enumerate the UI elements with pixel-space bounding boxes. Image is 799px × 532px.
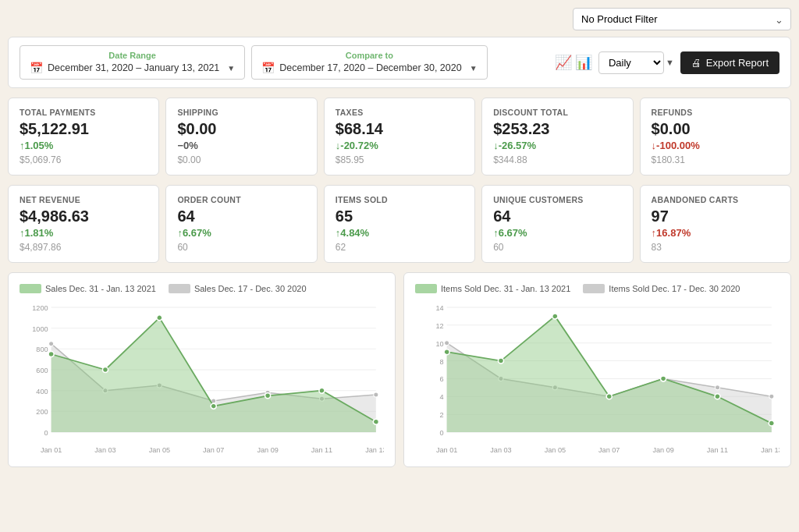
svg-text:Jan 05: Jan 05 [545, 446, 566, 454]
legend-item: Sales Dec. 31 - Jan. 13 2021 [20, 284, 156, 293]
export-icon: 🖨 [691, 57, 701, 69]
svg-text:Jan 11: Jan 11 [311, 446, 332, 454]
items-chart-area: 02468101214Jan 01Jan 03Jan 05Jan 07Jan 0… [415, 300, 779, 456]
metric-label: TOTAL PAYMENTS [20, 108, 147, 117]
svg-text:800: 800 [36, 346, 48, 353]
metric-card: ORDER COUNT64↑6.67%60 [165, 185, 317, 263]
svg-point-21 [49, 342, 54, 346]
metric-label: TAXES [336, 108, 463, 117]
metric-card: REFUNDS$0.00↓-100.00%$180.31 [640, 98, 791, 176]
svg-text:Jan 03: Jan 03 [94, 446, 115, 454]
svg-point-28 [48, 352, 54, 357]
svg-text:Jan 07: Jan 07 [598, 446, 620, 454]
calendar-icon: 📅 [30, 62, 43, 74]
svg-point-33 [319, 388, 325, 393]
interval-select[interactable]: Daily Weekly Monthly [598, 51, 664, 74]
svg-text:Jan 13: Jan 13 [365, 446, 384, 454]
metric-prev: $180.31 [652, 154, 779, 165]
metric-prev: $0.00 [177, 154, 305, 165]
svg-point-64 [769, 394, 774, 399]
metric-card: ITEMS SOLD65↑4.84%62 [324, 185, 475, 263]
svg-point-29 [102, 367, 108, 373]
legend-item: Items Sold Dec. 31 - Jan. 13 2021 [415, 284, 570, 293]
metric-prev: $4,897.86 [20, 242, 147, 253]
svg-text:Jan 09: Jan 09 [257, 446, 278, 454]
svg-text:1000: 1000 [32, 325, 48, 333]
metric-label: ITEMS SOLD [336, 195, 463, 204]
metric-change: ↑6.67% [493, 227, 621, 239]
legend-item: Items Sold Dec. 17 - Dec. 30 2020 [583, 284, 740, 293]
compare-label: Compare to [261, 51, 477, 60]
metric-label: REFUNDS [652, 108, 779, 117]
svg-text:600: 600 [36, 367, 48, 374]
metric-card: TAXES$68.14↓-20.72%$85.95 [324, 98, 475, 176]
svg-point-58 [445, 341, 449, 346]
metric-change: ↓-100.00% [652, 140, 779, 151]
svg-text:14: 14 [435, 304, 443, 312]
legend-label: Items Sold Dec. 31 - Jan. 13 2021 [441, 284, 570, 293]
metric-prev: 60 [493, 242, 621, 253]
metric-value: 97 [652, 207, 779, 225]
metric-card: NET REVENUE$4,986.63↑1.81%$4,897.86 [8, 185, 159, 263]
svg-point-63 [715, 385, 719, 390]
svg-text:Jan 09: Jan 09 [652, 446, 673, 454]
metric-label: ABANDONED CARTS [652, 195, 779, 204]
svg-text:Jan 05: Jan 05 [149, 446, 170, 454]
compare-arrow: ▼ [470, 64, 478, 73]
metric-label: ORDER COUNT [177, 195, 305, 204]
svg-text:Jan 01: Jan 01 [436, 446, 457, 454]
svg-text:Jan 01: Jan 01 [41, 446, 62, 454]
svg-point-69 [661, 376, 666, 381]
svg-point-34 [373, 419, 378, 424]
date-range-value: December 31, 2020 – January 13, 2021 [48, 62, 219, 73]
svg-text:12: 12 [435, 322, 443, 330]
legend-label: Sales Dec. 31 - Jan. 13 2021 [45, 284, 156, 293]
compare-picker[interactable]: Compare to 📅 December 17, 2020 – Decembe… [251, 45, 487, 80]
svg-text:0: 0 [44, 429, 48, 437]
date-range-arrow: ▼ [227, 64, 235, 73]
line-chart-icon[interactable]: 📈 [555, 54, 572, 71]
product-filter-wrapper: No Product Filter ⌄ [573, 8, 791, 30]
metric-card: DISCOUNT TOTAL$253.23↓-26.57%$344.88 [481, 98, 633, 176]
svg-text:10: 10 [435, 340, 443, 348]
metric-change: −0% [177, 140, 305, 151]
legend-item: Sales Dec. 17 - Dec. 30 2020 [169, 284, 307, 293]
metric-prev: 83 [652, 242, 779, 253]
legend-swatch [169, 284, 190, 293]
svg-text:8: 8 [439, 358, 443, 366]
metric-card: SHIPPING$0.00−0%$0.00 [165, 98, 317, 176]
sales-chart-svg: 020040060080010001200Jan 01Jan 03Jan 05J… [20, 300, 384, 456]
svg-text:2: 2 [439, 411, 443, 419]
legend-label: Items Sold Dec. 17 - Dec. 30 2020 [609, 284, 740, 293]
svg-point-67 [552, 314, 558, 319]
svg-text:200: 200 [36, 408, 48, 416]
svg-point-27 [374, 392, 378, 397]
svg-text:Jan 11: Jan 11 [707, 446, 728, 454]
svg-text:400: 400 [36, 388, 48, 395]
metric-value: $0.00 [652, 120, 779, 138]
bar-chart-icon[interactable]: 📊 [575, 54, 592, 71]
metric-change: ↓-26.57% [493, 140, 621, 151]
svg-point-31 [211, 403, 216, 409]
svg-text:Jan 13: Jan 13 [761, 446, 779, 454]
metric-label: UNIQUE CUSTOMERS [493, 195, 621, 204]
metric-value: 65 [336, 207, 463, 225]
metrics-row1: TOTAL PAYMENTS$5,122.91↑1.05%$5,069.76SH… [8, 98, 791, 176]
chart-type-toggle: 📈 📊 [555, 54, 592, 71]
metric-change: ↑1.05% [20, 140, 147, 151]
compare-calendar-icon: 📅 [261, 62, 275, 74]
metric-value: $4,986.63 [20, 207, 147, 225]
svg-point-32 [265, 393, 271, 399]
product-filter-select[interactable]: No Product Filter [573, 8, 791, 30]
legend-swatch [583, 284, 605, 293]
svg-point-68 [606, 394, 612, 399]
date-range-picker[interactable]: Date Range 📅 December 31, 2020 – January… [20, 45, 245, 80]
legend-swatch [415, 284, 437, 293]
metric-value: $68.14 [336, 120, 463, 138]
metric-prev: $5,069.76 [20, 154, 147, 165]
export-button[interactable]: 🖨 Export Report [680, 51, 779, 74]
metric-value: $253.23 [493, 120, 621, 138]
svg-text:1200: 1200 [32, 304, 48, 312]
svg-text:Jan 03: Jan 03 [490, 446, 511, 454]
metric-value: 64 [493, 207, 621, 225]
